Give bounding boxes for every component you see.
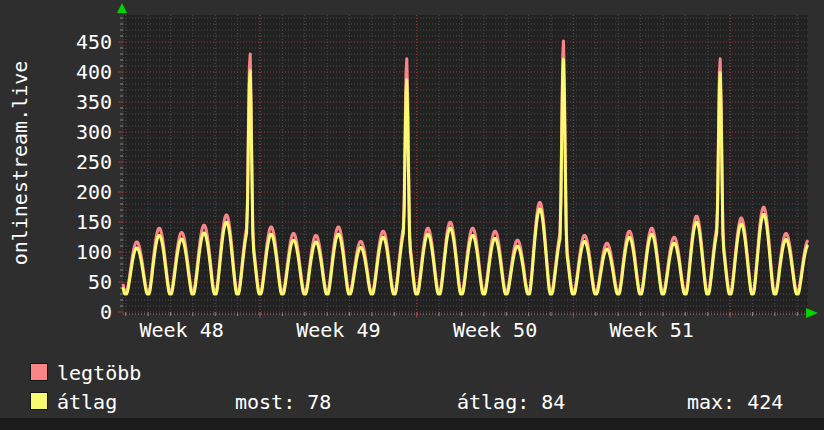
stat-atlag: átlag: 84 [457, 391, 565, 413]
legend-label-avg: átlag [57, 391, 117, 413]
x-axis-arrow-icon [806, 308, 818, 318]
legend-swatch-avg [30, 392, 48, 410]
stat-max: max: 424 [687, 391, 783, 413]
legend-label-max: legtöbb [57, 362, 141, 384]
graph-window: onlinestream.live 0501001502002503003504… [0, 0, 824, 430]
stat-most: most: 78 [235, 391, 331, 413]
bottom-border-strip [0, 418, 824, 430]
legend-swatch-max [30, 363, 48, 381]
y-axis-arrow-icon [117, 3, 127, 13]
